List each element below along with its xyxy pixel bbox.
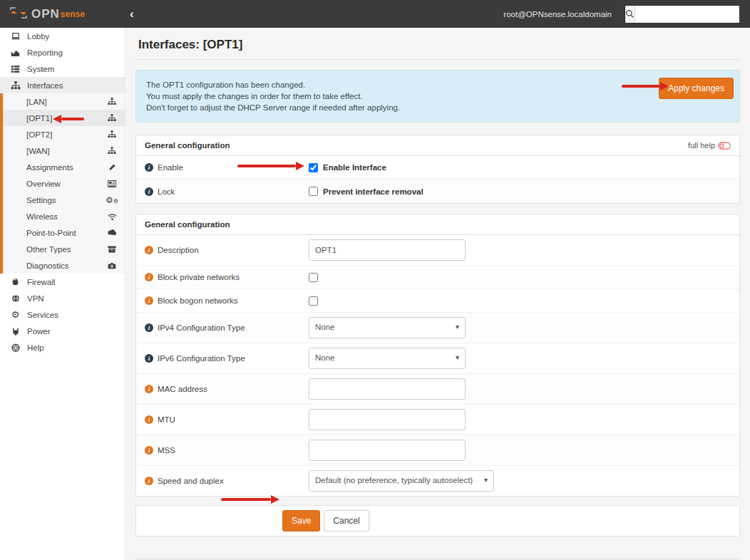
form-row-mtu: MTU (136, 405, 739, 435)
modem-icon (107, 229, 117, 236)
alert-line: You must apply the changes in order for … (146, 90, 729, 102)
checkbox-label: Enable Interface (323, 163, 386, 172)
full-help-toggle[interactable]: full help (688, 141, 731, 150)
field-control: Enable Interface (309, 163, 386, 172)
info-icon[interactable] (145, 296, 153, 305)
toggle-off-icon (718, 142, 731, 150)
opnsense-interface-page: { "colors": { "accent_orange": "#e5731c"… (0, 0, 750, 560)
sidebar-item-help[interactable]: Help (0, 339, 125, 356)
info-icon[interactable] (145, 187, 153, 196)
brand-text-sense: sense (61, 9, 85, 19)
sidebar-item-wan[interactable]: [WAN] (3, 142, 125, 159)
sidebar-item-other-types[interactable]: Other Types (3, 241, 125, 257)
pencil-icon (107, 163, 117, 171)
sub-item-label: [OPT2] (26, 130, 107, 139)
sidebar-item-assignments[interactable]: Assignments (3, 159, 125, 175)
sub-item-label: [OPT1] (26, 114, 107, 123)
info-icon[interactable] (145, 385, 153, 393)
sidebar-item-diagnostics[interactable]: Diagnostics (3, 257, 125, 274)
logged-in-user[interactable]: root@OPNsense.localdomain (503, 10, 612, 19)
info-icon[interactable] (145, 415, 153, 424)
global-search (625, 5, 740, 24)
info-icon[interactable] (145, 323, 153, 332)
cancel-button[interactable]: Cancel (324, 510, 369, 532)
form-row-mss: MSS (136, 435, 739, 466)
form-actions: Save Cancel (135, 505, 740, 536)
search-icon (625, 6, 635, 23)
sidebar-item-system[interactable]: System (0, 61, 125, 77)
list-icon (10, 65, 21, 73)
form-row-block-bogon: Block bogon networks (136, 289, 739, 313)
mac-address-input[interactable] (309, 378, 466, 400)
sidebar-item-opt2[interactable]: [OPT2] (3, 126, 125, 142)
sidebar-item-interfaces[interactable]: Interfaces (0, 77, 125, 93)
sidebar-item-point-to-point[interactable]: Point-to-Point (3, 224, 125, 241)
sidebar-item-overview[interactable]: Overview (3, 175, 125, 192)
top-bar: OPNsense ‹ root@OPNsense.localdomain (0, 0, 750, 28)
field-label: IPv6 Configuration Type (145, 354, 309, 363)
ipv6-type-select[interactable]: None (309, 348, 466, 369)
field-label: Enable (145, 163, 309, 172)
sidebar-item-label: System (27, 65, 54, 73)
form-row-lock: Lock Prevent interface removal (136, 180, 739, 203)
camera-icon (107, 262, 117, 269)
info-icon[interactable] (145, 246, 153, 254)
sidebar-item-label: Reporting (27, 48, 63, 57)
alert-line: Don't forget to adjust the DHCP Server r… (146, 102, 729, 113)
field-label: Block private networks (145, 273, 309, 281)
info-icon[interactable] (145, 273, 153, 281)
opnsense-logo-icon (10, 6, 27, 22)
sidebar-item-opt1[interactable]: [OPT1] (3, 110, 125, 126)
apply-changes-button[interactable]: Apply changes (659, 78, 734, 99)
search-input[interactable] (635, 6, 740, 23)
sitemap-icon (107, 114, 117, 122)
sub-item-label: Assignments (26, 163, 107, 172)
sub-item-label: Wireless (26, 212, 107, 221)
info-icon[interactable] (145, 354, 153, 363)
info-icon[interactable] (145, 477, 153, 485)
full-help-label: full help (688, 141, 715, 150)
sidebar-item-settings[interactable]: Settings ⚙⚙ (3, 192, 125, 208)
enable-interface-checkbox[interactable] (309, 163, 318, 172)
section-title: General configuration (145, 220, 731, 229)
field-label: Lock (145, 187, 309, 196)
sidebar-item-reporting[interactable]: Reporting (0, 44, 125, 61)
mtu-input[interactable] (309, 409, 466, 430)
field-label: IPv4 Configuration Type (145, 323, 309, 332)
sidebar-item-vpn[interactable]: VPN (0, 290, 125, 306)
fire-icon (10, 277, 21, 286)
info-icon[interactable] (145, 446, 153, 455)
form-row-ipv4-type: IPv4 Configuration Type None (136, 313, 739, 343)
sub-item-label: [LAN] (26, 98, 107, 106)
save-button[interactable]: Save (282, 510, 320, 532)
interfaces-submenu: [LAN] [OPT1] [OPT2] [WAN] Assignments Ov… (0, 93, 125, 274)
sidebar-item-label: Help (27, 343, 44, 352)
general-configuration-section-2: General configuration Description Block … (135, 214, 740, 497)
sidebar-item-firewall[interactable]: Firewall (0, 274, 125, 290)
sidebar-item-label: Interfaces (27, 81, 63, 90)
description-input[interactable] (309, 239, 466, 261)
plug-icon (10, 327, 21, 336)
sidebar-item-label: Power (27, 327, 51, 336)
opnsense-logo[interactable]: OPNsense (0, 6, 125, 22)
block-bogon-checkbox[interactable] (309, 296, 318, 306)
info-icon[interactable] (145, 163, 153, 172)
sidebar-collapse-icon[interactable]: ‹ (130, 8, 134, 20)
newspaper-icon (107, 180, 117, 187)
mss-input[interactable] (309, 440, 466, 461)
block-private-checkbox[interactable] (309, 273, 318, 282)
form-row-ipv6-type: IPv6 Configuration Type None (136, 343, 739, 374)
sidebar-item-wireless[interactable]: Wireless (3, 208, 125, 224)
prevent-removal-checkbox[interactable] (309, 187, 318, 196)
sidebar-item-lan[interactable]: [LAN] (3, 93, 125, 110)
sidebar-item-services[interactable]: ⚙ Services (0, 306, 125, 323)
ipv4-type-select[interactable]: None (309, 317, 466, 338)
gear-icon: ⚙ (10, 310, 21, 319)
form-row-description: Description (136, 235, 739, 266)
speed-duplex-select[interactable]: Default (no preference, typically autose… (309, 470, 494, 492)
life-ring-icon (10, 343, 21, 352)
section-title: General configuration (145, 141, 688, 150)
checkbox-label: Prevent interface removal (323, 187, 423, 196)
sidebar-item-power[interactable]: Power (0, 323, 125, 339)
sidebar-item-lobby[interactable]: Lobby (0, 28, 125, 44)
